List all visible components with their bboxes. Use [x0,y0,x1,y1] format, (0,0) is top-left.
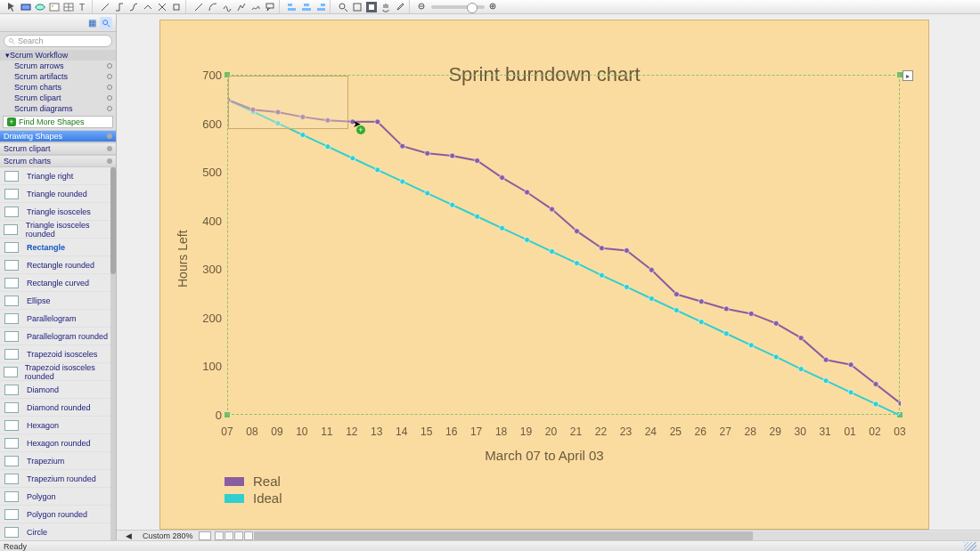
align1-icon[interactable] [287,2,298,12]
freehand-icon[interactable] [250,2,261,12]
shape-row[interactable]: Rectangle curved [0,274,116,292]
page-nav-1[interactable] [215,531,224,540]
hand-icon[interactable] [380,2,391,12]
legend-ideal: Ideal [225,490,282,506]
shape-preview-icon [2,328,21,344]
image-tool-icon[interactable] [49,2,60,12]
conn5-icon[interactable] [157,2,167,12]
zoom-slider[interactable] [431,5,485,9]
tree-item[interactable]: Scrum artifacts [0,71,116,82]
shape-row[interactable]: Ellipse [0,292,116,310]
section-header[interactable]: Scrum clipart [0,142,116,155]
shape-row[interactable]: Trapezium [0,452,116,470]
canvas[interactable]: Sprint burndown chart Hours Left March 0… [117,14,980,540]
x-tick: 25 [666,425,685,438]
svg-point-77 [698,299,704,304]
poly-icon[interactable] [236,2,247,12]
svg-line-9 [195,4,202,11]
tree-root[interactable]: ▾ Scrum Workflow [0,50,116,61]
shape-row[interactable]: Trapezoid isosceles rounded [0,363,116,381]
svg-point-26 [103,20,108,24]
chart-paper[interactable]: Sprint burndown chart Hours Left March 0… [159,20,929,530]
tree-item[interactable]: Scrum clipart [0,93,116,103]
x-tick: 28 [740,425,760,438]
action-tag-icon[interactable]: ▸ [902,70,913,81]
svg-point-43 [550,249,555,255]
svg-point-56 [873,401,878,407]
conn1-icon[interactable] [100,2,110,12]
svg-point-67 [450,153,455,158]
table-tool-icon[interactable] [63,2,74,12]
ellipse-tool-icon[interactable] [35,2,45,12]
callout-icon[interactable] [265,2,275,12]
shape-preview-icon [2,382,21,398]
zoom-sel-icon[interactable] [366,2,377,12]
bottom-bar: ◀ Custom 280% [117,530,980,540]
page-nav-3[interactable] [234,531,243,540]
conn6-icon[interactable] [171,2,182,12]
shape-row[interactable]: Trapezoid isosceles [0,345,116,363]
text-tool-icon[interactable]: T [78,2,88,12]
plot-area[interactable]: ➤ + [227,75,900,415]
shape-row[interactable]: Polygon [0,488,116,506]
shape-scrollbar[interactable] [110,167,116,274]
shape-row[interactable]: Circle [0,523,116,540]
svg-point-1 [36,4,45,10]
shape-row[interactable]: Triangle isosceles rounded [0,221,116,239]
zoom-out2-icon[interactable] [417,2,428,12]
shape-row[interactable]: Hexagon [0,417,116,434]
svg-point-68 [475,158,480,164]
shape-row[interactable]: Triangle right [0,167,116,185]
x-tick: 29 [765,425,785,438]
svg-point-82 [823,357,829,362]
shape-row[interactable]: Hexagon rounded [0,434,116,452]
conn2-icon[interactable] [114,2,125,12]
shape-row[interactable]: Polygon rounded [0,506,116,523]
conn4-icon[interactable] [143,2,153,12]
shape-row[interactable]: Triangle isosceles [0,203,116,221]
shape-row[interactable]: Triangle rounded [0,185,116,203]
line-icon[interactable] [193,2,204,12]
tree-item[interactable]: Scrum diagrams [0,103,116,114]
page-nav-2[interactable] [225,531,233,540]
eyedrop-icon[interactable] [395,2,405,12]
view-grid-icon[interactable]: ▦ [86,17,98,29]
arc-icon[interactable] [208,2,218,12]
page-nav-4[interactable] [244,531,253,540]
svg-line-18 [345,9,347,12]
search-input[interactable]: Search [4,35,112,47]
shape-row[interactable]: Parallelogram [0,310,116,328]
pointer-icon[interactable] [6,2,17,12]
zoom-fit-icon[interactable] [352,2,363,12]
zoom-in2-icon[interactable] [488,2,499,12]
shape-preview-icon [2,346,21,362]
section-header[interactable]: Drawing Shapes [0,130,116,142]
shape-row[interactable]: Parallelogram rounded [0,328,116,345]
shape-row[interactable]: Trapezium rounded [0,470,116,488]
section-header[interactable]: Scrum charts [0,155,116,167]
conn3-icon[interactable] [128,2,139,12]
zoom-in-icon[interactable] [338,2,348,12]
shape-row[interactable]: Rectangle rounded [0,256,116,274]
svg-point-42 [525,237,530,242]
svg-point-48 [674,308,679,313]
svg-point-37 [400,179,405,184]
shape-row[interactable]: Diamond [0,381,116,399]
shape-row[interactable]: Diamond rounded [0,399,116,417]
tree-item[interactable]: Scrum arrows [0,61,116,71]
find-more-shapes[interactable]: + Find More Shapes [3,116,113,128]
tree-item[interactable]: Scrum charts [0,82,116,93]
hscrollbar[interactable] [254,531,980,540]
rubberband-rect [228,76,348,129]
align2-icon[interactable] [301,2,312,12]
view-search-icon[interactable] [100,17,112,29]
spline-icon[interactable] [222,2,233,12]
resize-grip-icon[interactable] [964,542,976,551]
zoom-stepper[interactable] [199,531,211,540]
library-tree: ▾ Scrum Workflow Scrum arrowsScrum artif… [0,50,116,114]
svg-point-45 [599,272,604,278]
svg-point-50 [723,331,729,336]
rect-tool-icon[interactable] [20,2,31,12]
align3-icon[interactable] [315,2,326,12]
shape-row[interactable]: Rectangle [0,239,116,256]
